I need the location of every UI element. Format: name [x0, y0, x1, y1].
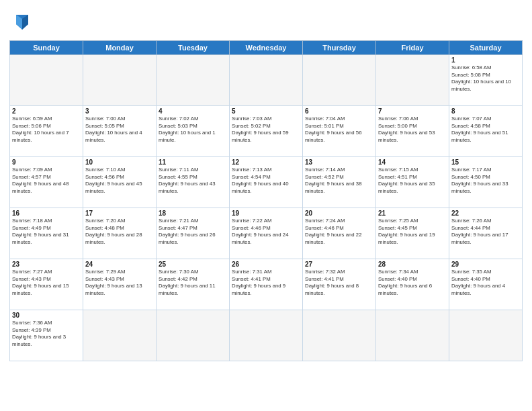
day-info: Sunrise: 7:25 AMSunset: 4:45 PMDaylight:… [378, 218, 447, 246]
calendar-cell [303, 55, 376, 106]
calendar-cell: 5Sunrise: 7:03 AMSunset: 5:02 PMDaylight… [230, 106, 303, 157]
day-number: 6 [305, 107, 373, 115]
calendar-cell: 9Sunrise: 7:09 AMSunset: 4:57 PMDaylight… [10, 157, 83, 208]
day-number: 14 [378, 158, 447, 166]
day-number: 7 [378, 107, 447, 115]
day-number: 22 [451, 210, 520, 217]
day-number: 21 [378, 210, 447, 217]
day-number: 11 [159, 158, 227, 166]
calendar-cell: 10Sunrise: 7:10 AMSunset: 4:56 PMDayligh… [83, 157, 157, 208]
calendar-cell: 1Sunrise: 6:58 AMSunset: 5:08 PMDaylight… [449, 55, 523, 106]
day-info: Sunrise: 7:04 AMSunset: 5:01 PMDaylight:… [305, 116, 373, 144]
calendar-cell: 23Sunrise: 7:27 AMSunset: 4:43 PMDayligh… [10, 259, 83, 310]
day-number: 12 [232, 158, 300, 166]
calendar-cell [157, 310, 230, 361]
calendar-cell [449, 310, 523, 361]
day-info: Sunrise: 7:15 AMSunset: 4:51 PMDaylight:… [378, 167, 447, 195]
calendar-week-row: 16Sunrise: 7:18 AMSunset: 4:49 PMDayligh… [10, 208, 523, 259]
day-number: 19 [232, 210, 300, 217]
calendar-cell: 8Sunrise: 7:07 AMSunset: 4:58 PMDaylight… [449, 106, 523, 157]
calendar-cell: 28Sunrise: 7:34 AMSunset: 4:40 PMDayligh… [376, 259, 449, 310]
calendar-cell: 13Sunrise: 7:14 AMSunset: 4:52 PMDayligh… [303, 157, 376, 208]
calendar-week-row: 23Sunrise: 7:27 AMSunset: 4:43 PMDayligh… [10, 259, 523, 310]
calendar-cell: 6Sunrise: 7:04 AMSunset: 5:01 PMDaylight… [303, 106, 376, 157]
day-info: Sunrise: 7:32 AMSunset: 4:41 PMDaylight:… [305, 269, 373, 297]
day-info: Sunrise: 7:00 AMSunset: 5:05 PMDaylight:… [85, 116, 154, 144]
calendar-cell [10, 55, 83, 106]
day-number: 4 [159, 107, 227, 115]
day-number: 18 [159, 210, 227, 217]
day-info: Sunrise: 7:10 AMSunset: 4:56 PMDaylight:… [85, 167, 154, 195]
day-info: Sunrise: 7:36 AMSunset: 4:39 PMDaylight:… [12, 320, 81, 348]
day-info: Sunrise: 7:09 AMSunset: 4:57 PMDaylight:… [12, 167, 81, 195]
calendar-cell: 27Sunrise: 7:32 AMSunset: 4:41 PMDayligh… [303, 259, 376, 310]
day-number: 16 [12, 210, 81, 217]
day-info: Sunrise: 7:30 AMSunset: 4:42 PMDaylight:… [159, 269, 227, 297]
calendar-cell: 17Sunrise: 7:20 AMSunset: 4:48 PMDayligh… [83, 208, 157, 259]
day-info: Sunrise: 6:58 AMSunset: 5:08 PMDaylight:… [451, 64, 520, 93]
day-info: Sunrise: 7:11 AMSunset: 4:55 PMDaylight:… [159, 167, 227, 195]
calendar-week-row: 2Sunrise: 6:59 AMSunset: 5:06 PMDaylight… [10, 106, 523, 157]
day-info: Sunrise: 7:31 AMSunset: 4:41 PMDaylight:… [232, 269, 300, 297]
calendar-cell: 21Sunrise: 7:25 AMSunset: 4:45 PMDayligh… [376, 208, 449, 259]
calendar-cell: 20Sunrise: 7:24 AMSunset: 4:46 PMDayligh… [303, 208, 376, 259]
calendar-cell [230, 55, 303, 106]
day-info: Sunrise: 7:34 AMSunset: 4:40 PMDaylight:… [378, 269, 447, 297]
day-number: 29 [451, 261, 520, 268]
day-number: 26 [232, 261, 300, 268]
day-info: Sunrise: 7:24 AMSunset: 4:46 PMDaylight:… [305, 218, 373, 246]
day-info: Sunrise: 7:02 AMSunset: 5:03 PMDaylight:… [159, 116, 227, 144]
day-number: 20 [305, 210, 373, 217]
day-info: Sunrise: 7:20 AMSunset: 4:48 PMDaylight:… [85, 218, 154, 246]
calendar-cell: 26Sunrise: 7:31 AMSunset: 4:41 PMDayligh… [230, 259, 303, 310]
day-number: 13 [305, 158, 373, 166]
day-info: Sunrise: 6:59 AMSunset: 5:06 PMDaylight:… [12, 116, 81, 144]
calendar-cell: 29Sunrise: 7:35 AMSunset: 4:40 PMDayligh… [449, 259, 523, 310]
day-number: 8 [451, 107, 520, 115]
calendar-cell [303, 310, 376, 361]
calendar-cell: 18Sunrise: 7:21 AMSunset: 4:47 PMDayligh… [157, 208, 230, 259]
day-info: Sunrise: 7:03 AMSunset: 5:02 PMDaylight:… [232, 116, 300, 144]
weekday-header-saturday: Saturday [449, 41, 523, 55]
weekday-header-monday: Monday [83, 41, 157, 55]
day-info: Sunrise: 7:29 AMSunset: 4:43 PMDaylight:… [85, 269, 154, 297]
day-number: 24 [85, 261, 154, 268]
calendar-week-row: 1Sunrise: 6:58 AMSunset: 5:08 PMDaylight… [10, 55, 523, 106]
calendar-cell [230, 310, 303, 361]
calendar-cell: 16Sunrise: 7:18 AMSunset: 4:49 PMDayligh… [10, 208, 83, 259]
day-number: 5 [232, 107, 300, 115]
calendar-cell [157, 55, 230, 106]
calendar-week-row: 30Sunrise: 7:36 AMSunset: 4:39 PMDayligh… [10, 310, 523, 361]
calendar-cell: 30Sunrise: 7:36 AMSunset: 4:39 PMDayligh… [10, 310, 83, 361]
day-info: Sunrise: 7:13 AMSunset: 4:54 PMDaylight:… [232, 167, 300, 195]
day-info: Sunrise: 7:14 AMSunset: 4:52 PMDaylight:… [305, 167, 373, 195]
day-info: Sunrise: 7:06 AMSunset: 5:00 PMDaylight:… [378, 116, 447, 144]
weekday-header-row: SundayMondayTuesdayWednesdayThursdayFrid… [10, 41, 523, 55]
calendar-cell [376, 55, 449, 106]
day-number: 9 [12, 158, 81, 166]
day-info: Sunrise: 7:18 AMSunset: 4:49 PMDaylight:… [12, 218, 81, 246]
calendar: SundayMondayTuesdayWednesdayThursdayFrid… [9, 40, 523, 361]
day-number: 17 [85, 210, 154, 217]
calendar-cell [83, 55, 157, 106]
calendar-cell: 19Sunrise: 7:22 AMSunset: 4:46 PMDayligh… [230, 208, 303, 259]
day-number: 27 [305, 261, 373, 268]
day-number: 1 [451, 56, 520, 64]
logo [9, 9, 38, 35]
calendar-cell: 12Sunrise: 7:13 AMSunset: 4:54 PMDayligh… [230, 157, 303, 208]
calendar-cell: 25Sunrise: 7:30 AMSunset: 4:42 PMDayligh… [157, 259, 230, 310]
page-header [9, 7, 523, 35]
day-info: Sunrise: 7:35 AMSunset: 4:40 PMDaylight:… [451, 269, 520, 297]
day-info: Sunrise: 7:27 AMSunset: 4:43 PMDaylight:… [12, 269, 81, 297]
calendar-cell [376, 310, 449, 361]
calendar-cell: 22Sunrise: 7:26 AMSunset: 4:44 PMDayligh… [449, 208, 523, 259]
calendar-cell: 2Sunrise: 6:59 AMSunset: 5:06 PMDaylight… [10, 106, 83, 157]
calendar-cell: 24Sunrise: 7:29 AMSunset: 4:43 PMDayligh… [83, 259, 157, 310]
weekday-header-thursday: Thursday [303, 41, 376, 55]
day-number: 10 [85, 158, 154, 166]
calendar-cell: 11Sunrise: 7:11 AMSunset: 4:55 PMDayligh… [157, 157, 230, 208]
day-number: 25 [159, 261, 227, 268]
weekday-header-sunday: Sunday [10, 41, 83, 55]
day-number: 23 [12, 261, 81, 268]
calendar-cell: 4Sunrise: 7:02 AMSunset: 5:03 PMDaylight… [157, 106, 230, 157]
